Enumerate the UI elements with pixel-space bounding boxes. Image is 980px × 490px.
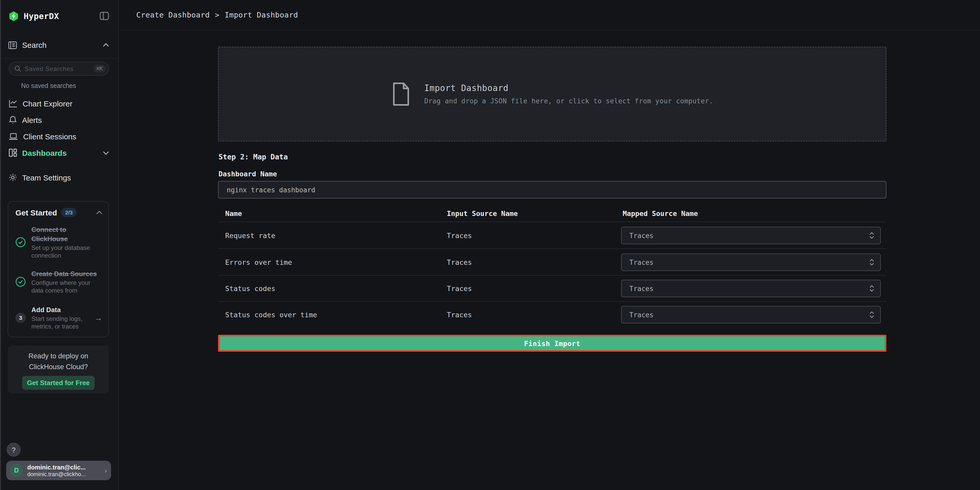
sidebar-item-team-settings[interactable]: Team Settings bbox=[0, 169, 118, 186]
hyperdx-logo-icon bbox=[8, 11, 19, 21]
sidebar-section-search[interactable]: Search bbox=[0, 32, 118, 59]
check-circle-icon bbox=[16, 277, 26, 287]
step-description: Set up your database connection bbox=[31, 244, 102, 260]
get-started-step-sources[interactable]: Create Data Sources Configure where your… bbox=[8, 269, 108, 294]
promo-text-line1: Ready to deploy on bbox=[8, 351, 109, 361]
avatar: D bbox=[10, 464, 23, 477]
get-started-title: Get Started bbox=[16, 208, 57, 217]
step-title: Connect to ClickHouse bbox=[31, 226, 68, 243]
sidebar-item-chart-explorer[interactable]: Chart Explorer bbox=[0, 95, 118, 111]
select-chevrons-icon bbox=[869, 259, 874, 266]
input-source-name: Traces bbox=[447, 231, 472, 240]
main-area: Create Dashboard>Import Dashboard Import… bbox=[119, 0, 980, 490]
select-chevrons-icon bbox=[869, 311, 874, 318]
nav-gap bbox=[0, 161, 118, 169]
finish-import-button[interactable]: Finish Import bbox=[218, 335, 886, 352]
table-row: Status codes Traces Traces bbox=[218, 275, 886, 302]
step-description: Start sending logs, metrics, or traces bbox=[31, 315, 92, 331]
journal-icon bbox=[8, 41, 17, 49]
user-email: dominic.tran@clickho... bbox=[27, 471, 86, 477]
saved-searches-input[interactable]: Saved Searches ⌘K bbox=[9, 62, 109, 76]
get-started-free-button[interactable]: Get Started for Free bbox=[22, 376, 95, 390]
dropzone-title: Import Dashboard bbox=[424, 83, 713, 93]
nav-label: Dashboards bbox=[22, 148, 67, 157]
column-header-input-source: Input Source Name bbox=[447, 209, 518, 218]
step-2-label: Step 2: Map Data bbox=[218, 153, 288, 161]
tile-name: Errors over time bbox=[225, 258, 292, 266]
user-menu[interactable]: D dominic.tran@clic... dominic.tran@clic… bbox=[6, 461, 111, 480]
main-header: Create Dashboard>Import Dashboard bbox=[119, 0, 980, 30]
check-circle-icon bbox=[16, 237, 26, 247]
nav-label: Client Sessions bbox=[23, 132, 76, 141]
user-name: dominic.tran@clic... bbox=[27, 463, 86, 471]
sidebar: HyperDX Search bbox=[0, 0, 119, 490]
select-chevrons-icon bbox=[869, 285, 874, 292]
step-title: Add Data bbox=[31, 306, 60, 313]
chevron-up-icon[interactable] bbox=[96, 210, 102, 214]
step-description: Configure where your data comes from bbox=[31, 279, 102, 294]
laptop-icon bbox=[9, 132, 18, 140]
nav-label: Chart Explorer bbox=[22, 99, 72, 108]
mapped-source-select[interactable]: Traces bbox=[621, 253, 881, 271]
select-chevrons-icon bbox=[869, 232, 874, 239]
sidebar-item-alerts[interactable]: Alerts bbox=[0, 111, 118, 128]
sidebar-nav: Chart Explorer Alerts Client Sessions bbox=[0, 95, 118, 186]
promo-text-line2: ClickHouse Cloud? bbox=[8, 361, 109, 372]
chart-icon bbox=[9, 100, 18, 107]
input-source-name: Traces bbox=[447, 284, 472, 293]
breadcrumb-separator: > bbox=[215, 11, 220, 19]
gear-icon bbox=[9, 173, 17, 181]
tile-name: Status codes bbox=[225, 284, 275, 293]
logo-row: HyperDX bbox=[0, 0, 118, 32]
mapped-source-select[interactable]: Traces bbox=[621, 227, 881, 244]
get-started-card: Get Started 2/3 Connect to ClickHouse Se… bbox=[8, 201, 109, 337]
chevron-down-icon[interactable] bbox=[103, 151, 109, 154]
search-icon bbox=[14, 65, 21, 72]
app-title: HyperDX bbox=[24, 11, 59, 21]
breadcrumb-import-dashboard: Import Dashboard bbox=[225, 11, 298, 19]
step-number-badge: 3 bbox=[16, 313, 26, 323]
nav-label: Alerts bbox=[22, 115, 42, 124]
chevron-right-icon: › bbox=[105, 466, 107, 474]
get-started-step-add-data[interactable]: 3 Add Data Start sending logs, metrics, … bbox=[8, 305, 108, 331]
breadcrumb-create-dashboard[interactable]: Create Dashboard bbox=[136, 11, 210, 19]
input-source-name: Traces bbox=[447, 310, 472, 319]
mapped-source-select[interactable]: Traces bbox=[621, 280, 881, 297]
shortcut-badge: ⌘K bbox=[94, 65, 105, 73]
selected-value: Traces bbox=[629, 285, 654, 292]
chevron-up-icon[interactable] bbox=[103, 43, 109, 47]
dropzone-subtitle: Drag and drop a JSON file here, or click… bbox=[424, 97, 713, 105]
file-dropzone[interactable]: Import Dashboard Drag and drop a JSON fi… bbox=[218, 47, 886, 142]
app-window: HyperDX Search bbox=[0, 0, 980, 490]
selected-value: Traces bbox=[629, 258, 654, 266]
no-saved-searches-text: No saved searches bbox=[21, 82, 118, 89]
table-row: Errors over time Traces Traces bbox=[218, 249, 886, 275]
sidebar-collapse-icon[interactable] bbox=[100, 12, 109, 20]
dashboards-icon bbox=[9, 149, 17, 157]
step-title: Create Data Sources bbox=[31, 270, 97, 278]
table-header: Name Input Source Name Mapped Source Nam… bbox=[218, 208, 886, 222]
file-icon bbox=[391, 82, 411, 107]
table-row: Request rate Traces Traces bbox=[218, 222, 886, 249]
mapped-source-select[interactable]: Traces bbox=[621, 306, 881, 323]
bell-icon bbox=[9, 115, 17, 124]
nav-label: Team Settings bbox=[22, 173, 71, 182]
search-section-label: Search bbox=[22, 41, 46, 49]
get-started-step-connect[interactable]: Connect to ClickHouse Set up your databa… bbox=[8, 225, 108, 260]
tile-name: Request rate bbox=[225, 231, 275, 240]
selected-value: Traces bbox=[629, 311, 654, 318]
sidebar-item-dashboards[interactable]: Dashboards bbox=[0, 145, 118, 161]
help-button[interactable]: ? bbox=[7, 443, 21, 457]
input-source-name: Traces bbox=[447, 258, 472, 266]
dashboard-name-input[interactable] bbox=[218, 181, 886, 199]
progress-badge: 2/3 bbox=[61, 208, 77, 217]
column-header-name: Name bbox=[225, 209, 242, 218]
clickhouse-cloud-promo: Ready to deploy on ClickHouse Cloud? Get… bbox=[8, 345, 109, 393]
breadcrumb: Create Dashboard>Import Dashboard bbox=[136, 11, 298, 19]
column-header-mapped-source: Mapped Source Name bbox=[623, 209, 698, 218]
sidebar-item-client-sessions[interactable]: Client Sessions bbox=[0, 128, 118, 145]
tile-name: Status codes over time bbox=[225, 310, 317, 319]
finish-import-label: Finish Import bbox=[524, 339, 580, 347]
window-left-edge bbox=[0, 0, 1, 490]
arrow-right-icon[interactable]: → bbox=[95, 313, 102, 322]
